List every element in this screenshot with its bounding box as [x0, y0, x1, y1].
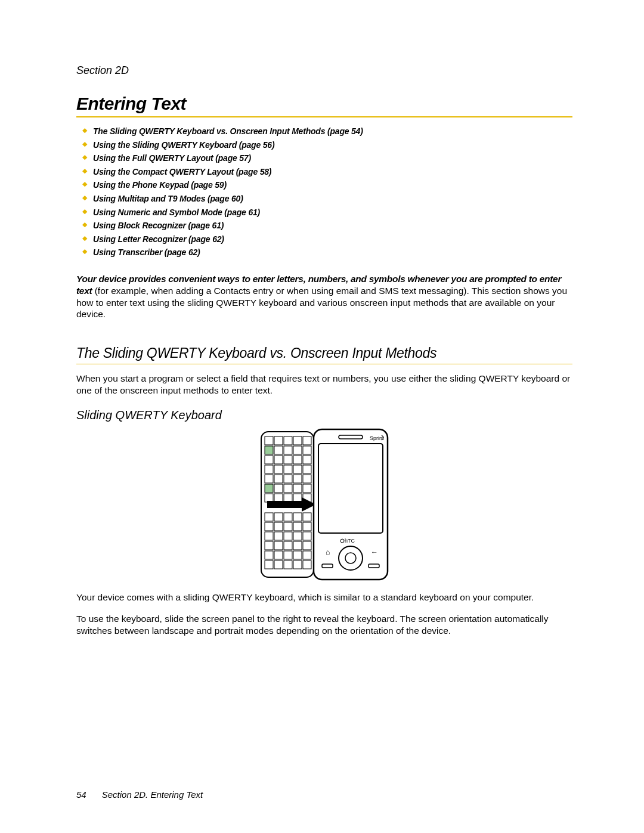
svg-rect-6 [265, 446, 273, 454]
svg-rect-54 [293, 541, 302, 550]
toc-list: The Sliding QWERTY Keyboard vs. Onscreen… [76, 126, 572, 259]
svg-rect-47 [274, 532, 283, 540]
toc-item: Using the Full QWERTY Layout (page 57) [76, 153, 572, 165]
svg-rect-19 [293, 465, 302, 473]
brand-bottom-label: hTC [345, 538, 355, 544]
svg-rect-49 [293, 532, 302, 540]
svg-rect-31 [265, 494, 273, 502]
svg-rect-14 [293, 456, 302, 464]
svg-rect-62 [274, 561, 283, 569]
svg-rect-40 [303, 513, 311, 521]
toc-item: Using the Sliding QWERTY Keyboard (page … [76, 140, 572, 151]
h2-rule [76, 364, 572, 364]
body-p2: Your device comes with a sliding QWERTY … [76, 592, 572, 603]
svg-rect-42 [274, 522, 283, 531]
toc-item: Using the Compact QWERTY Layout (page 58… [76, 166, 572, 178]
page-title: Entering Text [76, 94, 572, 114]
svg-rect-60 [303, 551, 311, 559]
svg-rect-17 [274, 465, 283, 473]
svg-rect-55 [303, 541, 311, 550]
title-rule [76, 116, 572, 117]
intro-paragraph: Your device provides convenient ways to … [76, 273, 572, 320]
body-p1: When you start a program or select a fie… [76, 373, 572, 397]
section-h2: The Sliding QWERTY Keyboard vs. Onscreen… [76, 345, 572, 361]
svg-rect-5 [303, 436, 311, 445]
svg-rect-2 [274, 436, 283, 445]
footer-section: Section 2D. Entering Text [102, 789, 203, 800]
device-illustration: Sprint hTC ⌂ ← [259, 428, 390, 581]
page-number: 54 [76, 789, 86, 800]
svg-rect-52 [274, 541, 283, 550]
svg-rect-11 [265, 456, 273, 464]
svg-rect-23 [284, 475, 292, 483]
svg-rect-27 [274, 484, 283, 493]
svg-rect-9 [293, 446, 302, 454]
svg-rect-34 [293, 494, 302, 502]
svg-point-73 [345, 553, 356, 563]
svg-rect-30 [303, 484, 311, 493]
svg-rect-29 [293, 484, 302, 493]
svg-rect-36 [265, 513, 273, 521]
svg-rect-59 [293, 551, 302, 559]
svg-rect-24 [293, 475, 302, 483]
svg-rect-46 [265, 532, 273, 540]
svg-rect-45 [303, 522, 311, 531]
svg-rect-58 [284, 551, 292, 559]
toc-item: Using Letter Recognizer (page 62) [76, 234, 572, 246]
svg-rect-50 [303, 532, 311, 540]
svg-rect-61 [265, 561, 273, 569]
svg-rect-37 [274, 513, 283, 521]
svg-rect-43 [284, 522, 292, 531]
svg-rect-32 [274, 494, 283, 502]
brand-top-label: Sprint [370, 435, 384, 441]
svg-rect-3 [284, 436, 292, 445]
svg-rect-38 [284, 513, 292, 521]
svg-rect-28 [284, 484, 292, 493]
svg-rect-57 [274, 551, 283, 559]
svg-rect-21 [265, 475, 273, 483]
svg-rect-63 [284, 561, 292, 569]
section-label: Section 2D [76, 64, 572, 77]
svg-rect-20 [303, 465, 311, 473]
toc-item: The Sliding QWERTY Keyboard vs. Onscreen… [76, 126, 572, 138]
svg-rect-16 [265, 465, 273, 473]
svg-rect-51 [265, 541, 273, 550]
svg-rect-8 [284, 446, 292, 454]
svg-text:←: ← [371, 548, 378, 556]
body-p3: To use the keyboard, slide the screen pa… [76, 613, 572, 637]
svg-rect-41 [265, 522, 273, 531]
svg-rect-22 [274, 475, 283, 483]
svg-rect-18 [284, 465, 292, 473]
svg-rect-53 [284, 541, 292, 550]
svg-rect-13 [284, 456, 292, 464]
svg-rect-4 [293, 436, 302, 445]
toc-item: Using Multitap and T9 Modes (page 60) [76, 193, 572, 205]
svg-rect-70 [318, 444, 383, 533]
svg-rect-33 [284, 494, 292, 502]
page-footer: 54Section 2D. Entering Text [76, 789, 203, 800]
svg-rect-44 [293, 522, 302, 531]
svg-rect-25 [303, 475, 311, 483]
intro-rest: (for example, when adding a Contacts ent… [76, 286, 567, 320]
section-h3: Sliding QWERTY Keyboard [76, 408, 572, 422]
toc-item: Using the Phone Keypad (page 59) [76, 179, 572, 191]
svg-rect-65 [303, 561, 311, 569]
svg-rect-66 [267, 501, 303, 508]
svg-rect-48 [284, 532, 292, 540]
svg-rect-15 [303, 456, 311, 464]
svg-rect-64 [293, 561, 302, 569]
svg-rect-7 [274, 446, 283, 454]
svg-rect-26 [265, 484, 273, 493]
toc-item: Using Numeric and Symbol Mode (page 61) [76, 207, 572, 219]
svg-rect-12 [274, 456, 283, 464]
svg-rect-1 [265, 436, 273, 445]
svg-rect-10 [303, 446, 311, 454]
svg-rect-39 [293, 513, 302, 521]
toc-item: Using Block Recognizer (page 61) [76, 220, 572, 232]
toc-item: Using Transcriber (page 62) [76, 247, 572, 259]
page: Section 2D Entering Text The Sliding QWE… [0, 0, 644, 833]
svg-rect-56 [265, 551, 273, 559]
svg-text:⌂: ⌂ [326, 548, 330, 556]
